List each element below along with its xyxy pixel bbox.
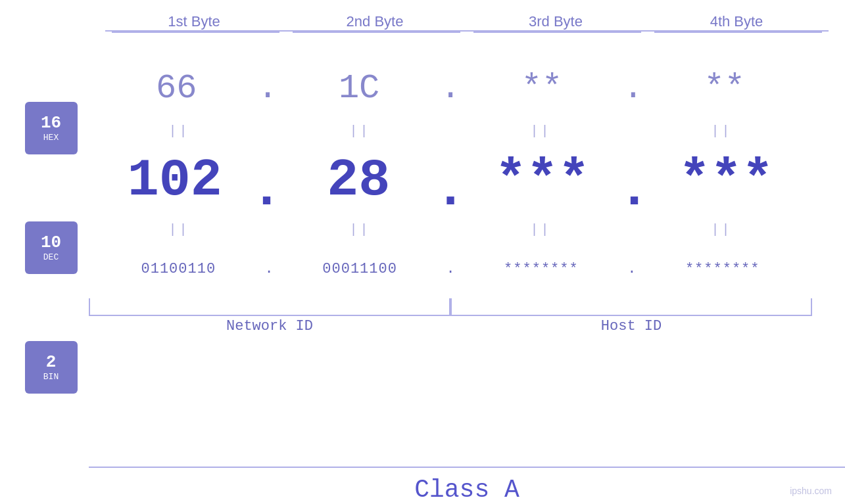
bin-b2: 00011100 xyxy=(322,261,397,277)
main-container: 1st Byte 2nd Byte 3rd Byte 4th Byte 16 H… xyxy=(0,0,845,504)
hex-b4: ** xyxy=(704,69,744,108)
bin-badge: 2 BIN xyxy=(25,341,78,394)
byte1-header: 1st Byte xyxy=(104,13,285,30)
hex-b1: 66 xyxy=(156,69,197,108)
class-label: Class A xyxy=(89,468,845,504)
byte2-header: 2nd Byte xyxy=(285,13,466,30)
eq1-b3: || xyxy=(450,124,631,139)
bin-badge-number: 2 xyxy=(46,353,57,372)
data-area: 66 . 1C . ** . ** || . || . xyxy=(89,55,845,467)
eq1-b2: || xyxy=(270,124,450,139)
hex-b3: ** xyxy=(521,69,562,108)
equals-row-2: || || || || xyxy=(89,219,812,239)
byte-headers: 1st Byte 2nd Byte 3rd Byte 4th Byte xyxy=(43,0,845,30)
content-area: 16 HEX 10 DEC 2 BIN 66 . 1C xyxy=(0,55,845,467)
dec-row: 102 . 28 . *** . *** xyxy=(89,141,812,219)
dec-dot3: . xyxy=(618,160,650,220)
dec-badge-number: 10 xyxy=(41,233,61,252)
bin-badge-label: BIN xyxy=(43,372,59,382)
eq2-b2: || xyxy=(270,222,450,237)
class-area: Class A xyxy=(89,467,845,504)
bin-b4: ******** xyxy=(685,261,760,277)
host-bracket xyxy=(450,298,812,316)
byte3-header: 3rd Byte xyxy=(466,13,646,30)
hex-row: 66 . 1C . ** . ** xyxy=(89,55,812,121)
eq1-b4: || xyxy=(631,124,812,139)
network-id-label: Network ID xyxy=(89,318,450,334)
hex-b2: 1C xyxy=(339,69,379,108)
hex-badge-number: 16 xyxy=(41,114,61,133)
bin-b1: 01100110 xyxy=(141,261,216,277)
eq2-b3: || xyxy=(450,222,631,237)
hex-badge-label: HEX xyxy=(43,133,59,143)
dec-dot2: . xyxy=(435,160,466,220)
bin-row: 01100110 . 00011100 . ******** . *******… xyxy=(89,239,812,298)
bin-b3: ******** xyxy=(504,261,579,277)
eq2-b4: || xyxy=(631,222,812,237)
eq1-b1: || xyxy=(89,124,270,139)
dec-badge-label: DEC xyxy=(43,252,59,262)
network-bracket xyxy=(89,298,450,316)
byte4-header: 4th Byte xyxy=(646,13,827,30)
watermark: ipshu.com xyxy=(790,486,832,496)
equals-row-1: || . || . || . || xyxy=(89,121,812,141)
dec-b1: 102 xyxy=(128,150,222,210)
eq2-b1: || xyxy=(89,222,270,237)
host-id-label: Host ID xyxy=(450,318,812,334)
dec-b2: 28 xyxy=(327,150,390,210)
dec-b4: *** xyxy=(679,150,773,210)
dec-badge: 10 DEC xyxy=(25,221,78,274)
dec-dot1: . xyxy=(251,160,282,220)
bottom-brackets-area: Network ID Host ID xyxy=(89,298,812,344)
dec-b3: *** xyxy=(495,150,590,210)
hex-badge: 16 HEX xyxy=(25,102,78,154)
badges-column: 16 HEX 10 DEC 2 BIN xyxy=(0,55,89,467)
